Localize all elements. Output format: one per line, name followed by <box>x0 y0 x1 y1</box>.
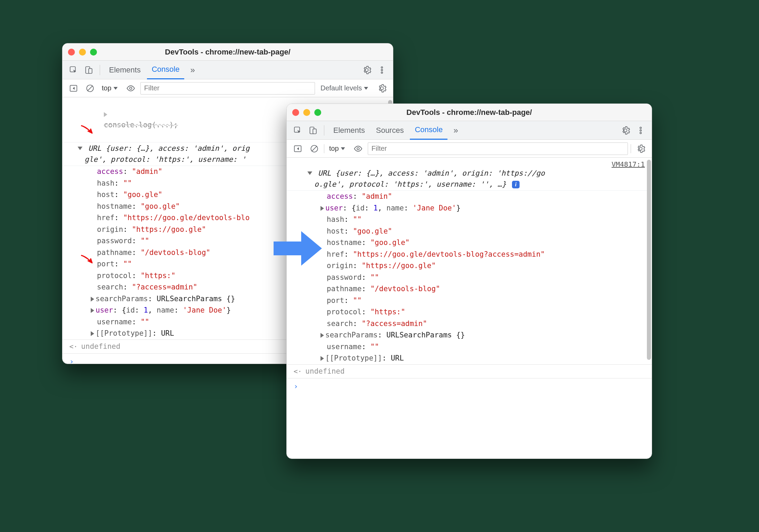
expand-icon[interactable] <box>321 333 324 338</box>
minimize-icon[interactable] <box>79 49 86 56</box>
expand-icon[interactable] <box>321 206 324 211</box>
separator <box>324 144 324 153</box>
filter-input[interactable] <box>368 142 628 155</box>
inspect-icon[interactable] <box>291 124 305 137</box>
window-title: DevTools - chrome://new-tab-page/ <box>287 108 652 117</box>
prop-hash[interactable]: hash: "" <box>327 214 652 226</box>
svg-point-14 <box>640 129 641 131</box>
device-toggle-icon[interactable] <box>306 124 320 137</box>
tab-elements[interactable]: Elements <box>328 121 370 140</box>
console-toolbar: top Default levels <box>62 79 393 97</box>
prop-port[interactable]: port: "" <box>327 295 652 307</box>
close-icon[interactable] <box>68 49 75 56</box>
context-label: top <box>102 84 111 92</box>
tabbar: Elements Sources Console » <box>287 121 652 140</box>
context-selector[interactable]: top <box>100 84 121 92</box>
info-icon[interactable]: i <box>512 181 520 188</box>
svg-point-9 <box>130 87 132 89</box>
levels-selector[interactable]: Default levels <box>318 84 372 92</box>
clear-console-icon[interactable] <box>307 142 321 156</box>
levels-label: Default levels <box>321 84 362 92</box>
titlebar[interactable]: DevTools - chrome://new-tab-page/ <box>62 43 393 61</box>
console-body[interactable]: VM4817:1 URL {user: {…}, access: 'admin'… <box>287 158 652 459</box>
annotation-arrow-icon <box>80 253 95 264</box>
close-icon[interactable] <box>292 109 299 116</box>
prop-access[interactable]: access: "admin" <box>327 191 652 203</box>
collapse-icon[interactable] <box>307 171 312 175</box>
prop-hostname[interactable]: hostname: "goo.gle" <box>327 237 652 249</box>
scrollbar[interactable] <box>647 160 651 360</box>
svg-point-5 <box>381 72 383 73</box>
settings-icon[interactable] <box>634 142 648 156</box>
expand-icon[interactable] <box>91 331 94 336</box>
prop-search-params[interactable]: searchParams: URLSearchParams {} <box>327 329 652 341</box>
caret-down-icon <box>341 147 345 150</box>
more-tabs-icon[interactable]: » <box>186 63 199 77</box>
prop-username[interactable]: username: "" <box>327 341 652 353</box>
prop-protocol[interactable]: protocol: "https:" <box>327 306 652 318</box>
context-selector[interactable]: top <box>327 145 348 152</box>
traffic-lights <box>292 109 321 116</box>
context-label: top <box>329 145 339 152</box>
sidebar-toggle-icon[interactable] <box>291 142 305 156</box>
prop-pathname[interactable]: pathname: "/devtools-blog" <box>327 283 652 295</box>
devtools-window-after: DevTools - chrome://new-tab-page/ Elemen… <box>286 104 652 459</box>
titlebar[interactable]: DevTools - chrome://new-tab-page/ <box>287 104 652 121</box>
more-tabs-icon[interactable]: » <box>449 124 463 137</box>
svg-point-15 <box>640 132 641 134</box>
svg-line-18 <box>312 146 317 151</box>
prop-user[interactable]: user: {id: 1, name: 'Jane Doe'} <box>327 203 652 214</box>
console-toolbar: top <box>287 140 652 158</box>
prop-prototype[interactable]: [[Prototype]]: URL <box>327 353 652 364</box>
svg-line-8 <box>87 86 92 91</box>
annotation-arrow-icon <box>80 124 95 135</box>
expand-icon[interactable] <box>91 297 94 302</box>
device-toggle-icon[interactable] <box>82 63 96 77</box>
inspect-icon[interactable] <box>67 63 80 77</box>
tab-elements[interactable]: Elements <box>104 61 146 79</box>
tab-sources[interactable]: Sources <box>371 121 409 140</box>
eye-icon[interactable] <box>351 142 365 156</box>
transition-arrow-icon <box>274 228 322 269</box>
settings-icon[interactable] <box>619 124 632 137</box>
eye-icon[interactable] <box>124 81 138 95</box>
prompt-icon: › <box>294 382 298 391</box>
zoom-icon[interactable] <box>314 109 321 116</box>
expand-icon[interactable] <box>104 112 107 117</box>
object-properties: access: "admin" user: {id: 1, name: 'Jan… <box>287 191 652 364</box>
settings-icon[interactable] <box>375 81 389 95</box>
minimize-icon[interactable] <box>303 109 310 116</box>
settings-icon[interactable] <box>360 63 374 77</box>
prompt-row[interactable]: › <box>287 378 652 394</box>
svg-point-19 <box>357 147 359 150</box>
separator <box>324 125 324 136</box>
prop-host[interactable]: host: "goo.gle" <box>327 226 652 237</box>
object-summary: URL {user: {…}, access: 'admin', origin:… <box>307 169 545 188</box>
separator <box>100 65 100 75</box>
prop-href[interactable]: href: "https://goo.gle/devtools-blog?acc… <box>327 249 652 260</box>
svg-rect-2 <box>89 68 92 73</box>
zoom-icon[interactable] <box>90 49 97 56</box>
separator <box>631 144 631 153</box>
prop-search[interactable]: search: "?access=admin" <box>327 318 652 330</box>
object-summary: URL {user: {…}, access: 'admin', orig gl… <box>78 144 249 164</box>
undefined-label: undefined <box>81 341 120 352</box>
filter-input[interactable] <box>140 82 315 95</box>
collapse-icon[interactable] <box>78 147 82 150</box>
sidebar-toggle-icon[interactable] <box>67 81 80 95</box>
prop-origin[interactable]: origin: "https://goo.gle" <box>327 260 652 272</box>
object-row[interactable]: URL {user: {…}, access: 'admin', origin:… <box>287 158 652 191</box>
expand-icon[interactable] <box>91 308 94 313</box>
caret-down-icon <box>364 87 368 90</box>
tab-console[interactable]: Console <box>410 121 447 140</box>
kebab-icon[interactable] <box>375 63 389 77</box>
tab-console[interactable]: Console <box>147 61 185 79</box>
prop-password[interactable]: password: "" <box>327 272 652 284</box>
caret-down-icon <box>114 87 118 90</box>
expand-icon[interactable] <box>321 356 324 361</box>
kebab-icon[interactable] <box>634 124 648 137</box>
svg-point-3 <box>381 67 383 68</box>
svg-rect-12 <box>313 129 316 134</box>
svg-point-4 <box>381 69 383 70</box>
clear-console-icon[interactable] <box>83 81 97 95</box>
